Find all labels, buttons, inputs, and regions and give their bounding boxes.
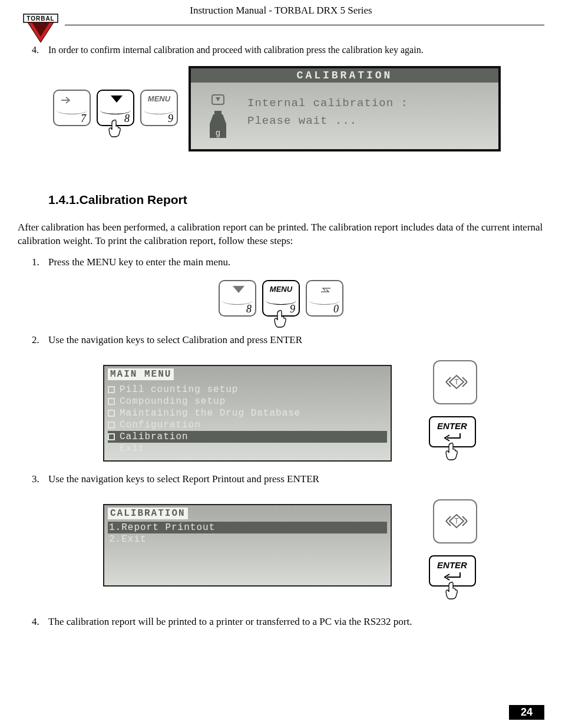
enter-key-label: ENTER bbox=[429, 555, 476, 587]
lcd-titlebar: CALIBRATION bbox=[108, 508, 188, 519]
steps-list: 1. Press the MENU key to enter the main … bbox=[32, 256, 544, 268]
svg-marker-3 bbox=[111, 95, 123, 103]
figure-row-cal: CALIBRATION 1.Report Printout2.Exit T EN… bbox=[18, 492, 544, 598]
steps-list-cont2: 3. Use the navigation keys to select Rep… bbox=[32, 473, 544, 485]
header-rule bbox=[65, 25, 544, 25]
key-digit: 7 bbox=[81, 113, 86, 125]
key-7-arrow-right: 7 bbox=[53, 90, 91, 126]
key-digit: 9 bbox=[168, 113, 173, 125]
lcd-line-1: Internal calibration : bbox=[247, 94, 408, 112]
hand-pointer-icon bbox=[444, 442, 461, 463]
lcd-menu-items: 1.Report Printout2.Exit bbox=[104, 519, 391, 569]
key-9-menu: MENU 9 bbox=[140, 90, 178, 126]
section-heading: 1.4.1.Calibration Report bbox=[48, 193, 544, 207]
section-title: Calibration Report bbox=[80, 193, 187, 206]
section-number: 1.4.1. bbox=[48, 193, 80, 206]
menu-item: Maintaining the Drug Database bbox=[108, 407, 387, 419]
svg-marker-5 bbox=[216, 97, 220, 101]
key-digit: 8 bbox=[124, 113, 130, 125]
svg-text:T: T bbox=[454, 517, 459, 525]
lcd-calibration-wait: CALIBRATION g Internal calibration : Ple… bbox=[189, 66, 501, 151]
enter-key-stack: T ENTER bbox=[427, 492, 477, 587]
menu-item: Compounding setup bbox=[108, 396, 387, 407]
page-number-badge: 24 bbox=[509, 705, 544, 720]
torbal-logo: TORBAL bbox=[20, 8, 61, 45]
list-text: The calibration report will be printed t… bbox=[48, 616, 544, 628]
key-menu-label: MENU bbox=[141, 94, 177, 103]
key-0-cycle: 0 bbox=[306, 280, 343, 317]
key-8-down: 8 bbox=[97, 90, 134, 126]
return-arrow-icon bbox=[442, 432, 462, 443]
lcd-text: Internal calibration : Please wait ... bbox=[247, 94, 408, 130]
hand-pointer-icon bbox=[273, 309, 289, 331]
svg-marker-7 bbox=[233, 286, 244, 293]
key-digit: 0 bbox=[333, 303, 339, 315]
return-arrow-icon bbox=[442, 571, 462, 582]
svg-text:g: g bbox=[216, 129, 220, 138]
steps-list-cont: 2. Use the navigation keys to select Cal… bbox=[32, 334, 544, 346]
tare-icon bbox=[211, 94, 224, 105]
key-tare-enter: T bbox=[433, 499, 477, 543]
enter-key-label: ENTER bbox=[429, 416, 476, 447]
key-menu-label: MENU bbox=[263, 285, 299, 294]
key-digit: 9 bbox=[290, 303, 295, 315]
intro-step-4: 4. In order to confirm internal calibrat… bbox=[32, 45, 544, 55]
lcd-line-2: Please wait ... bbox=[247, 112, 408, 130]
list-text: Press the MENU key to enter the main men… bbox=[48, 256, 544, 268]
menu-item: Calibration bbox=[108, 431, 387, 443]
list-number: 2. bbox=[32, 334, 48, 346]
menu-item: 1.Report Printout bbox=[108, 522, 387, 533]
list-number: 4. bbox=[32, 45, 48, 55]
lcd-titlebar: CALIBRATION bbox=[191, 68, 498, 83]
triangle-down-icon bbox=[233, 286, 244, 294]
steps-list-cont3: 4. The calibration report will be printe… bbox=[32, 616, 544, 628]
svg-text:T: T bbox=[454, 378, 459, 386]
logo-text: TORBAL bbox=[27, 15, 54, 22]
page-header: Instruction Manual - TORBAL DRX 5 Series bbox=[18, 5, 544, 19]
hand-pointer-icon bbox=[444, 581, 461, 602]
triangle-down-icon bbox=[111, 95, 123, 104]
menu-item: 2.Exit bbox=[108, 533, 387, 545]
key-8-down: 8 bbox=[219, 280, 256, 317]
lcd-menu-items: Pill counting setupCompounding setupMain… bbox=[104, 380, 391, 460]
list-text: Use the navigation keys to select Calibr… bbox=[48, 334, 544, 346]
key-9-menu: MENU 9 bbox=[262, 280, 300, 317]
menu-item: Pill counting setup bbox=[108, 384, 387, 396]
hand-pointer-icon bbox=[107, 119, 124, 140]
step-2: 2. Use the navigation keys to select Cal… bbox=[32, 334, 544, 346]
menu-item: Configuration bbox=[108, 419, 387, 431]
weight-icon: g bbox=[206, 107, 230, 143]
key-tare-enter: T bbox=[433, 360, 477, 404]
lcd-main-menu: MAIN MENU Pill counting setupCompounding… bbox=[103, 365, 392, 462]
list-number: 3. bbox=[32, 473, 48, 485]
step-4: 4. The calibration report will be printe… bbox=[32, 616, 544, 628]
keypad-group-2: 8 MENU 9 0 bbox=[219, 280, 343, 317]
list-number: 4. bbox=[32, 616, 48, 628]
menu-item: Exit bbox=[108, 443, 387, 454]
figure-row-1: 7 8 MENU 9 CALIBRATION bbox=[53, 66, 544, 151]
tare-diamond-icon: T bbox=[444, 372, 470, 392]
key-digit: 8 bbox=[246, 303, 252, 315]
step-3: 3. Use the navigation keys to select Rep… bbox=[32, 473, 544, 485]
cycle-icon bbox=[319, 286, 332, 294]
list-text: Use the navigation keys to select Report… bbox=[48, 473, 544, 485]
lcd-calibration-menu: CALIBRATION 1.Report Printout2.Exit bbox=[103, 504, 392, 587]
paragraph-intro: After calibration has been performed, a … bbox=[18, 221, 544, 248]
keypad-group-1: 7 8 MENU 9 bbox=[53, 90, 178, 126]
enter-key-stack: T ENTER bbox=[427, 353, 477, 447]
list-number: 1. bbox=[32, 256, 48, 268]
tare-diamond-icon: T bbox=[444, 511, 470, 531]
arrow-right-icon bbox=[60, 95, 73, 105]
figure-row-menu: MAIN MENU Pill counting setupCompounding… bbox=[18, 353, 544, 473]
list-text: In order to confirm internal calibration… bbox=[48, 45, 424, 55]
step-1: 1. Press the MENU key to enter the main … bbox=[32, 256, 544, 268]
lcd-titlebar: MAIN MENU bbox=[108, 368, 174, 380]
